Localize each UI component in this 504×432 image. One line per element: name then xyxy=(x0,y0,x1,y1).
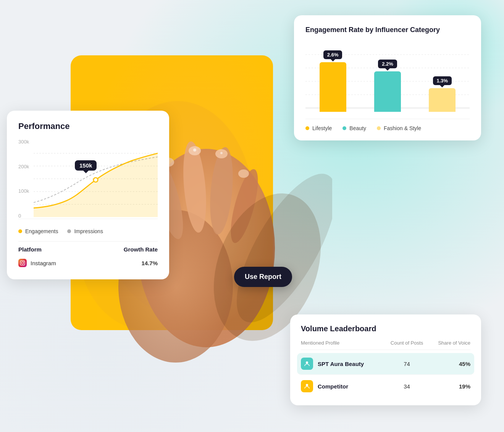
bar-fashion: 1.3% xyxy=(423,76,462,112)
lb-count-2: 34 xyxy=(386,383,428,390)
beauty-bar xyxy=(374,71,401,112)
growth-rate-value: 14.7% xyxy=(141,260,158,266)
platform-cell: Instagram xyxy=(18,259,56,267)
lifestyle-tooltip: 2.6% xyxy=(323,50,342,59)
beauty-legend-dot xyxy=(342,126,346,130)
instagram-icon xyxy=(18,259,27,267)
chart-tooltip: 150k xyxy=(75,160,97,171)
performance-table: Platform Growth Rate Instagram 14.7% xyxy=(18,241,158,270)
beauty-legend-label: Beauty xyxy=(349,125,366,131)
engagements-dot xyxy=(18,229,22,233)
y-label-0: 0 xyxy=(18,213,29,219)
fashion-tooltip: 1.3% xyxy=(433,76,452,85)
col-growth: Growth Rate xyxy=(124,246,158,253)
legend-impressions: Impressions xyxy=(67,228,103,234)
svg-point-14 xyxy=(193,148,196,152)
lb-count-1: 74 xyxy=(386,361,428,367)
svg-rect-22 xyxy=(20,261,25,265)
fashion-legend-dot xyxy=(377,126,381,130)
svg-point-21 xyxy=(94,178,98,182)
lb-name-2: Competitor xyxy=(318,383,348,390)
engagements-label: Engagements xyxy=(25,228,58,234)
y-label-300k: 300k xyxy=(18,139,29,145)
avatar-competitor xyxy=(301,380,313,392)
engagement-legend: Lifestyle Beauty Fashion & Style xyxy=(305,119,470,131)
svg-point-23 xyxy=(21,262,24,264)
lb-share-1: 45% xyxy=(428,361,470,367)
svg-point-15 xyxy=(220,152,223,154)
legend-engagements: Engagements xyxy=(18,228,58,234)
impressions-label: Impressions xyxy=(74,228,103,234)
y-label-200k: 200k xyxy=(18,164,29,169)
table-header: Platform Growth Rate xyxy=(18,242,158,256)
lifestyle-legend-dot xyxy=(305,126,309,130)
platform-name: Instagram xyxy=(31,260,56,266)
lb-name-1: SPT Aura Beauty xyxy=(318,361,364,367)
legend-fashion: Fashion & Style xyxy=(377,125,421,131)
y-label-100k: 100k xyxy=(18,188,29,194)
engagement-chart: 2.6% 2.2% 1.3% xyxy=(305,43,470,112)
performance-chart: 300k 200k 100k 0 150k xyxy=(18,139,158,219)
fashion-bar xyxy=(429,88,456,112)
svg-point-31 xyxy=(306,384,308,386)
bar-beauty: 2.2% xyxy=(368,60,407,112)
impressions-dot xyxy=(67,229,71,233)
legend-lifestyle: Lifestyle xyxy=(305,125,332,131)
use-report-button[interactable]: Use Report xyxy=(234,267,292,287)
svg-point-24 xyxy=(23,261,24,262)
table-row: Instagram 14.7% xyxy=(18,256,158,270)
svg-point-30 xyxy=(306,361,308,364)
svg-point-13 xyxy=(238,169,249,178)
lb-col-count: Count of Posts xyxy=(386,340,428,346)
engagement-title: Engagement Rate by Influencer Category xyxy=(305,26,470,34)
avatar-spt xyxy=(301,358,313,370)
lb-col-share: Share of Voice xyxy=(428,340,470,346)
line-chart-svg xyxy=(34,139,158,219)
lifestyle-legend-label: Lifestyle xyxy=(312,125,332,131)
fashion-legend-label: Fashion & Style xyxy=(384,125,421,131)
beauty-tooltip: 2.2% xyxy=(378,60,397,68)
lb-col-profile: Mentioned Profile xyxy=(301,340,386,346)
legend-beauty: Beauty xyxy=(342,125,366,131)
y-axis-labels: 300k 200k 100k 0 xyxy=(18,139,29,219)
leaderboard-header: Mentioned Profile Count of Posts Share o… xyxy=(301,340,470,350)
leaderboard-row-1: SPT Aura Beauty 74 45% xyxy=(297,353,474,375)
lb-share-2: 19% xyxy=(428,383,470,390)
col-platform: Platform xyxy=(18,246,42,253)
performance-legend: Engagements Impressions xyxy=(18,225,158,234)
engagement-card: Engagement Rate by Influencer Category 2… xyxy=(294,15,481,140)
bar-lifestyle: 2.6% xyxy=(313,50,352,112)
performance-card: Performance 300k 200k 100k 0 xyxy=(7,111,169,279)
performance-title: Performance xyxy=(18,121,158,131)
lifestyle-bar xyxy=(320,62,346,112)
leaderboard-card: Volume Leaderboard Mentioned Profile Cou… xyxy=(290,314,481,405)
leaderboard-row-2: Competitor 34 19% xyxy=(301,375,470,398)
leaderboard-title: Volume Leaderboard xyxy=(301,324,470,333)
